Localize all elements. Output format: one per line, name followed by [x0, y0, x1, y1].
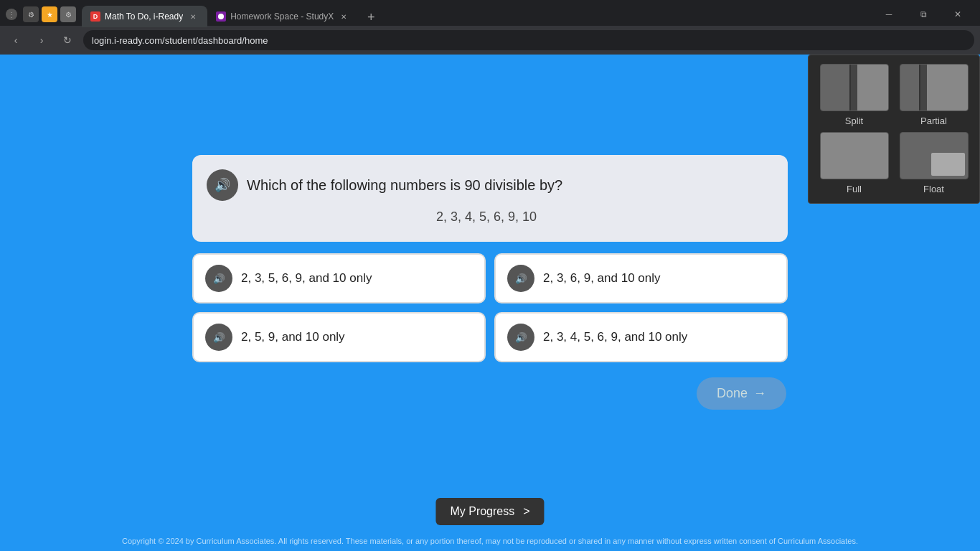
layout-label-partial: Partial — [920, 116, 947, 126]
done-button[interactable]: Done → — [697, 377, 786, 410]
answer-option-d[interactable]: 🔊 2, 3, 4, 5, 6, 9, and 10 only — [494, 312, 788, 362]
layout-thumbnail-partial — [900, 64, 969, 111]
tab-close-studyx[interactable]: ✕ — [338, 11, 349, 22]
tab-title-studyx: Homework Space - StudyX — [230, 11, 334, 22]
tab-bar: D Math To Do, i-Ready ✕ Homework Space -… — [82, 1, 872, 27]
answer-audio-a[interactable]: 🔊 — [205, 265, 232, 292]
back-button[interactable]: ‹ — [6, 30, 26, 50]
audio-icon-d: 🔊 — [515, 332, 527, 343]
layout-thumbnail-float — [900, 132, 969, 179]
favicon-studyx — [216, 11, 226, 22]
done-label: Done — [717, 386, 748, 401]
minimize-button[interactable]: ─ — [872, 4, 905, 25]
answer-text-c: 2, 5, 9, and 10 only — [241, 330, 345, 344]
browser-menu-btn[interactable]: ⋮ — [6, 9, 17, 20]
favicon-iready: D — [90, 11, 100, 22]
question-audio-icon: 🔊 — [215, 177, 230, 193]
layout-thumbnail-split — [820, 64, 889, 111]
tab-title-iready: Math To Do, i-Ready — [105, 11, 183, 22]
footer-text: Copyright © 2024 by Curriculum Associate… — [122, 537, 858, 545]
browser-chrome: ⋮ ⚙ ★ ⚙ D Math To Do, i-Ready ✕ — [0, 0, 980, 55]
footer: Copyright © 2024 by Curriculum Associate… — [0, 537, 980, 545]
answer-text-b: 2, 3, 6, 9, and 10 only — [543, 271, 661, 286]
audio-icon-b: 🔊 — [515, 273, 527, 284]
maximize-button[interactable]: ⧉ — [907, 4, 940, 25]
answers-grid: 🔊 2, 3, 5, 6, 9, and 10 only 🔊 2, 3, 6, … — [192, 253, 788, 362]
layout-label-full: Full — [847, 184, 862, 194]
layout-label-split: Split — [845, 116, 863, 126]
layout-option-full[interactable]: Full — [817, 132, 891, 194]
address-bar-row: ‹ › ↻ login.i-ready.com/student/dashboar… — [0, 26, 980, 55]
layout-label-float: Float — [923, 184, 944, 194]
my-progress-bar[interactable]: My Progress > — [435, 498, 544, 525]
answer-text-a: 2, 3, 5, 6, 9, and 10 only — [241, 271, 372, 286]
tab-close-iready[interactable]: ✕ — [187, 11, 199, 22]
window-controls: ─ ⧉ ✕ — [872, 4, 974, 25]
tab-iready[interactable]: D Math To Do, i-Ready ✕ — [82, 6, 207, 27]
question-header: 🔊 Which of the following numbers is 90 d… — [207, 169, 766, 201]
answer-audio-d[interactable]: 🔊 — [507, 324, 534, 351]
reload-button[interactable]: ↻ — [57, 30, 77, 50]
my-progress-arrow: > — [523, 505, 529, 518]
layout-option-split[interactable]: Split — [817, 64, 891, 126]
answer-audio-b[interactable]: 🔊 — [507, 265, 534, 292]
extension-icons: ⚙ ★ ⚙ — [23, 6, 76, 22]
answer-text-d: 2, 3, 4, 5, 6, 9, and 10 only — [543, 330, 687, 344]
extension-icon-2[interactable]: ★ — [42, 6, 57, 22]
layout-thumbnail-full — [820, 132, 889, 179]
new-tab-button[interactable]: + — [361, 7, 381, 27]
question-container: 🔊 Which of the following numbers is 90 d… — [192, 155, 788, 362]
question-text: Which of the following numbers is 90 div… — [247, 177, 562, 194]
question-subtitle: 2, 3, 4, 5, 6, 9, 10 — [207, 207, 766, 227]
question-audio-button[interactable]: 🔊 — [207, 169, 238, 201]
my-progress-label: My Progress — [450, 505, 514, 518]
layout-option-partial[interactable]: Partial — [897, 64, 971, 126]
forward-button[interactable]: › — [32, 30, 52, 50]
close-button[interactable]: ✕ — [941, 4, 974, 25]
audio-icon-c: 🔊 — [213, 332, 225, 343]
tab-studyx[interactable]: Homework Space - StudyX ✕ — [207, 6, 358, 27]
answer-option-c[interactable]: 🔊 2, 5, 9, and 10 only — [192, 312, 486, 362]
browser-titlebar: ⋮ ⚙ ★ ⚙ D Math To Do, i-Ready ✕ — [0, 0, 980, 26]
answer-audio-c[interactable]: 🔊 — [205, 324, 232, 351]
question-box: 🔊 Which of the following numbers is 90 d… — [192, 155, 788, 242]
layout-popup: Split Partial Full Float — [808, 55, 980, 204]
layout-option-float[interactable]: Float — [897, 132, 971, 194]
extension-icon-1[interactable]: ⚙ — [23, 6, 39, 22]
extension-icon-3[interactable]: ⚙ — [60, 6, 76, 22]
address-bar[interactable]: login.i-ready.com/student/dashboard/home — [83, 30, 974, 50]
url-text: login.i-ready.com/student/dashboard/home — [92, 35, 268, 46]
browser-controls: ⋮ — [6, 9, 17, 20]
audio-icon-a: 🔊 — [213, 273, 225, 284]
done-arrow: → — [753, 386, 766, 401]
answer-option-b[interactable]: 🔊 2, 3, 6, 9, and 10 only — [494, 253, 788, 303]
answer-option-a[interactable]: 🔊 2, 3, 5, 6, 9, and 10 only — [192, 253, 486, 303]
